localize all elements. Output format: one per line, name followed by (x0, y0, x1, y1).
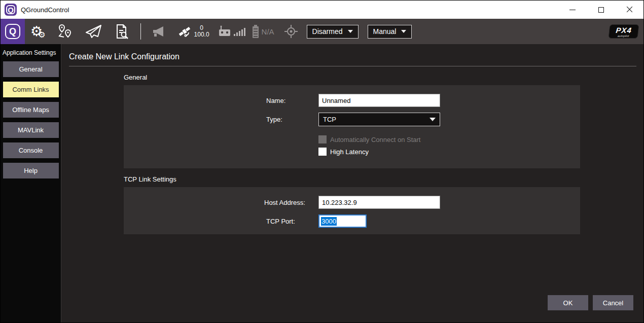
type-value: TCP (323, 116, 336, 123)
type-dropdown[interactable]: TCP (318, 113, 440, 126)
sidebar-header: Application Settings (1, 48, 61, 61)
host-address-input[interactable] (318, 196, 440, 209)
minimize-button[interactable] (558, 1, 587, 19)
high-latency-label: High Latency (330, 148, 369, 156)
auto-connect-label: Automatically Connect on Start (330, 136, 420, 143)
arm-state-label: Disarmed (312, 27, 343, 35)
rssi-bars-icon (234, 27, 245, 36)
sidebar-item-general[interactable]: General (3, 61, 59, 77)
rc-rssi-indicator[interactable] (217, 19, 233, 44)
analyze-view-button[interactable] (108, 19, 135, 44)
sidebar-item-mavlink[interactable]: MAVLink (3, 122, 59, 138)
plan-view-button[interactable] (51, 19, 79, 44)
auto-connect-checkbox (318, 135, 327, 143)
ok-button[interactable]: OK (548, 295, 588, 310)
chevron-down-icon (401, 30, 406, 33)
window-controls (558, 1, 643, 19)
tcp-section-panel: Host Address: TCP Port: 3000 (124, 187, 580, 234)
gear-small-icon: ⚙ (38, 31, 45, 39)
messages-indicator[interactable] (146, 19, 171, 44)
sidebar-item-help[interactable]: Help (3, 163, 59, 178)
battery-icon (252, 24, 260, 39)
content-area: Application Settings General Comm Links … (1, 44, 643, 323)
gps-hdop: 100.0 (194, 31, 209, 38)
megaphone-icon (152, 25, 166, 38)
qgc-menu-button[interactable]: Q (1, 19, 25, 44)
chevron-down-icon (348, 30, 353, 33)
type-label: Type: (266, 116, 318, 123)
flight-mode-dropdown[interactable]: Manual (368, 25, 412, 39)
general-section-panel: Name: Type: TCP Automatically Connect on… (124, 85, 580, 168)
tcp-port-label: TCP Port: (266, 218, 318, 225)
px4-logo: PX4 autopilot (609, 24, 639, 39)
titlebar: Q QGroundControl (1, 1, 643, 19)
paper-plane-icon (84, 23, 102, 40)
sidebar-item-offline-maps[interactable]: Offline Maps (3, 102, 59, 118)
minimize-icon (569, 10, 576, 10)
close-button[interactable] (615, 1, 643, 19)
maximize-button[interactable] (587, 1, 615, 19)
crosshair-icon (284, 24, 298, 39)
qgc-logo-icon: Q (5, 24, 20, 39)
battery-value: N/A (262, 27, 274, 36)
waypoints-icon (57, 23, 73, 40)
document-search-icon (114, 23, 130, 40)
app-logo-icon: Q (5, 4, 17, 16)
high-latency-checkbox[interactable] (318, 148, 327, 156)
settings-view-button[interactable]: ⚙⚙ (25, 19, 51, 44)
close-icon (626, 7, 632, 13)
flight-mode-label: Manual (373, 27, 397, 35)
chevron-down-icon (430, 118, 436, 121)
maximize-icon (598, 7, 604, 13)
gps-rtk-indicator[interactable] (278, 19, 304, 44)
tcp-port-input[interactable]: 3000 (318, 214, 367, 228)
battery-indicator[interactable] (251, 19, 261, 44)
toolbar-separator (140, 23, 141, 40)
satellite-icon (177, 24, 192, 39)
cancel-button[interactable]: Cancel (593, 295, 633, 310)
sidebar-item-console[interactable]: Console (3, 142, 59, 158)
name-input[interactable] (318, 94, 440, 107)
page-title: Create New Link Configuration (69, 52, 636, 61)
settings-sidebar: Application Settings General Comm Links … (1, 44, 61, 323)
host-address-label: Host Address: (264, 199, 318, 206)
tcp-section-label: TCP Link Settings (124, 175, 636, 183)
arm-state-dropdown[interactable]: Disarmed (307, 25, 359, 39)
gps-values: 0 100.0 (194, 25, 209, 38)
title-divider (69, 66, 636, 66)
rc-controller-icon (218, 25, 232, 38)
tcp-port-selected-text: 3000 (321, 217, 337, 226)
link-config-form: Create New Link Configuration General Na… (61, 44, 643, 323)
qgroundcontrol-window: Q QGroundControl Q ⚙⚙ (0, 0, 644, 323)
window-title: QGroundControl (21, 6, 69, 14)
toolbar: Q ⚙⚙ (1, 19, 643, 44)
name-label: Name: (266, 97, 318, 104)
general-section-label: General (124, 74, 636, 81)
fly-view-button[interactable] (79, 19, 108, 44)
sidebar-item-comm-links[interactable]: Comm Links (3, 82, 59, 97)
dialog-buttons: OK Cancel (548, 295, 633, 310)
gps-indicator[interactable] (171, 19, 194, 44)
